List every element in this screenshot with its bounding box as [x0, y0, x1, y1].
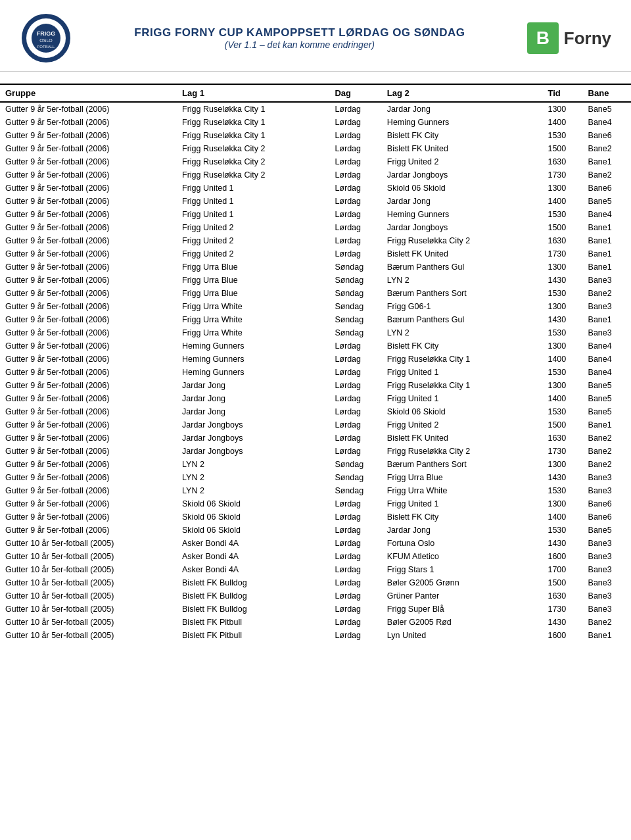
forny-text: Forny — [564, 28, 611, 49]
cell-1-5: Bane4 — [583, 116, 631, 129]
cell-25-4: 1630 — [542, 432, 582, 445]
cell-17-0: Gutter 9 år 5er-fotball (2006) — [0, 326, 177, 339]
cell-18-1: Heming Gunners — [177, 339, 329, 353]
cell-19-1: Heming Gunners — [177, 353, 329, 366]
cell-8-2: Lørdag — [329, 208, 381, 221]
cell-23-2: Lørdag — [329, 405, 381, 418]
cell-26-0: Gutter 9 år 5er-fotball (2006) — [0, 445, 177, 458]
table-row: Gutter 9 år 5er-fotball (2006)Frigg Urra… — [0, 313, 631, 326]
table-row: Gutter 10 år 5er-fotball (2005)Bislett F… — [0, 603, 631, 616]
table-row: Gutter 9 år 5er-fotball (2006)LYN 2Sønda… — [0, 458, 631, 471]
cell-33-2: Lørdag — [329, 537, 381, 550]
cell-28-4: 1430 — [542, 471, 582, 484]
cell-18-4: 1300 — [542, 339, 582, 353]
cell-34-5: Bane3 — [583, 550, 631, 563]
cell-35-4: 1700 — [542, 563, 582, 576]
cell-28-2: Søndag — [329, 471, 381, 484]
cell-10-5: Bane1 — [583, 234, 631, 247]
cell-26-1: Jardar Jongboys — [177, 445, 329, 458]
cell-27-1: LYN 2 — [177, 458, 329, 471]
table-row: Gutter 9 år 5er-fotball (2006)Jardar Jon… — [0, 392, 631, 405]
cell-15-2: Søndag — [329, 300, 381, 313]
table-row: Gutter 9 år 5er-fotball (2006)LYN 2Sønda… — [0, 471, 631, 484]
cell-4-5: Bane1 — [583, 155, 631, 168]
table-row: Gutter 9 år 5er-fotball (2006)Frigg Unit… — [0, 221, 631, 234]
cell-38-0: Gutter 10 år 5er-fotball (2005) — [0, 603, 177, 616]
cell-14-0: Gutter 9 år 5er-fotball (2006) — [0, 287, 177, 300]
cell-12-2: Søndag — [329, 260, 381, 274]
cell-28-1: LYN 2 — [177, 471, 329, 484]
cell-27-3: Bærum Panthers Sort — [382, 458, 543, 471]
table-row: Gutter 9 år 5er-fotball (2006)Skiold 06 … — [0, 497, 631, 510]
cell-3-0: Gutter 9 år 5er-fotball (2006) — [0, 142, 177, 155]
b-logo: B — [527, 22, 559, 54]
cell-34-0: Gutter 10 år 5er-fotball (2005) — [0, 550, 177, 563]
cell-35-1: Asker Bondi 4A — [177, 563, 329, 576]
table-row: Gutter 9 år 5er-fotball (2006)Frigg Urra… — [0, 287, 631, 300]
cell-0-5: Bane5 — [583, 102, 631, 116]
cell-27-0: Gutter 9 år 5er-fotball (2006) — [0, 458, 177, 471]
col-lag1-header: Lag 1 — [177, 84, 329, 102]
cell-40-2: Lørdag — [329, 629, 381, 642]
cell-8-0: Gutter 9 år 5er-fotball (2006) — [0, 208, 177, 221]
cell-14-3: Bærum Panthers Sort — [382, 287, 543, 300]
cell-4-0: Gutter 9 år 5er-fotball (2006) — [0, 155, 177, 168]
cell-35-3: Frigg Stars 1 — [382, 563, 543, 576]
cell-16-3: Bærum Panthers Gul — [382, 313, 543, 326]
cell-27-5: Bane2 — [583, 458, 631, 471]
cell-19-3: Frigg Ruseløkka City 1 — [382, 353, 543, 366]
cell-5-3: Jardar Jongboys — [382, 168, 543, 182]
cell-23-0: Gutter 9 år 5er-fotball (2006) — [0, 405, 177, 418]
cell-0-3: Jardar Jong — [382, 102, 543, 116]
cell-33-1: Asker Bondi 4A — [177, 537, 329, 550]
cell-24-5: Bane1 — [583, 418, 631, 432]
cell-13-1: Frigg Urra Blue — [177, 274, 329, 287]
col-tid-header: Tid — [542, 84, 582, 102]
cell-38-3: Frigg Super Blå — [382, 603, 543, 616]
cell-17-5: Bane3 — [583, 326, 631, 339]
cell-11-5: Bane1 — [583, 247, 631, 260]
cell-3-2: Lørdag — [329, 142, 381, 155]
cell-26-5: Bane2 — [583, 445, 631, 458]
cell-30-5: Bane6 — [583, 497, 631, 510]
cell-23-1: Jardar Jong — [177, 405, 329, 418]
cell-32-3: Jardar Jong — [382, 524, 543, 537]
cell-3-4: 1500 — [542, 142, 582, 155]
cell-36-1: Bislett FK Bulldog — [177, 576, 329, 589]
cell-36-3: Bøler G2005 Grønn — [382, 576, 543, 589]
cell-32-4: 1530 — [542, 524, 582, 537]
cell-10-4: 1630 — [542, 234, 582, 247]
cell-0-0: Gutter 9 år 5er-fotball (2006) — [0, 102, 177, 116]
cell-18-5: Bane4 — [583, 339, 631, 353]
cell-31-1: Skiold 06 Skiold — [177, 510, 329, 524]
cell-40-3: Lyn United — [382, 629, 543, 642]
cell-16-0: Gutter 9 år 5er-fotball (2006) — [0, 313, 177, 326]
cell-22-4: 1400 — [542, 392, 582, 405]
cell-38-5: Bane3 — [583, 603, 631, 616]
cell-40-1: Bislett FK Pitbull — [177, 629, 329, 642]
cell-37-0: Gutter 10 år 5er-fotball (2005) — [0, 589, 177, 603]
cell-37-1: Bislett FK Bulldog — [177, 589, 329, 603]
col-lag2-header: Lag 2 — [382, 84, 543, 102]
cell-29-5: Bane3 — [583, 484, 631, 497]
cell-22-3: Frigg United 1 — [382, 392, 543, 405]
cell-7-1: Frigg United 1 — [177, 195, 329, 208]
cell-18-0: Gutter 9 år 5er-fotball (2006) — [0, 339, 177, 353]
cell-2-3: Bislett FK City — [382, 129, 543, 142]
cell-37-3: Grüner Panter — [382, 589, 543, 603]
cell-10-0: Gutter 9 år 5er-fotball (2006) — [0, 234, 177, 247]
cell-38-2: Lørdag — [329, 603, 381, 616]
col-dag-header: Dag — [329, 84, 381, 102]
cell-7-5: Bane5 — [583, 195, 631, 208]
cell-14-4: 1530 — [542, 287, 582, 300]
cell-19-4: 1400 — [542, 353, 582, 366]
cell-19-2: Lørdag — [329, 353, 381, 366]
cell-32-0: Gutter 9 år 5er-fotball (2006) — [0, 524, 177, 537]
cell-12-5: Bane1 — [583, 260, 631, 274]
cell-37-2: Lørdag — [329, 589, 381, 603]
cell-16-4: 1430 — [542, 313, 582, 326]
cell-9-2: Lørdag — [329, 221, 381, 234]
cell-23-3: Skiold 06 Skiold — [382, 405, 543, 418]
cell-31-5: Bane6 — [583, 510, 631, 524]
table-row: Gutter 9 år 5er-fotball (2006)Frigg Ruse… — [0, 116, 631, 129]
